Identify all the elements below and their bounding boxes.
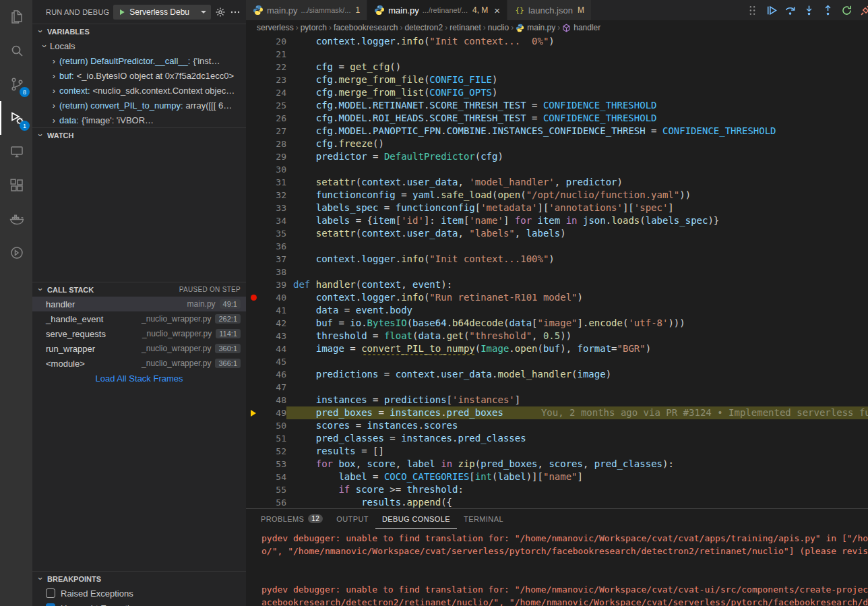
- panel-tab-debug-console[interactable]: DEBUG CONSOLE: [375, 509, 457, 529]
- breadcrumb-item[interactable]: serverless: [257, 23, 294, 32]
- activity-item-live-share[interactable]: [0, 236, 32, 270]
- variable-row[interactable]: (return) DefaultPredictor.__call__:{'ins…: [32, 53, 246, 68]
- variables-section-header[interactable]: VARIABLES: [32, 24, 246, 38]
- gutter-glyph-margin[interactable]: [246, 496, 261, 508]
- activity-item-search[interactable]: [0, 34, 32, 67]
- gutter-glyph-margin[interactable]: [246, 394, 261, 406]
- gutter-glyph-margin[interactable]: [246, 471, 261, 483]
- watch-section-header[interactable]: WATCH: [32, 127, 246, 142]
- gutter-glyph-margin[interactable]: [246, 163, 261, 176]
- line-content: context.logger.info("Init context...100%…: [286, 253, 868, 266]
- gutter-glyph-margin[interactable]: [246, 138, 261, 150]
- breadcrumb-item[interactable]: detectron2: [404, 23, 443, 32]
- gutter-glyph-margin[interactable]: [246, 214, 261, 227]
- variable-row[interactable]: data:{'image': 'iVBOR…: [32, 113, 246, 127]
- stack-frame[interactable]: serve_requests_nuclio_wrapper.py114:1: [32, 326, 246, 341]
- breakpoint-dot[interactable]: [251, 295, 257, 301]
- gutter-glyph-margin[interactable]: [246, 61, 261, 73]
- gutter-glyph-margin[interactable]: [246, 278, 261, 291]
- breadcrumb-item[interactable]: handler: [562, 23, 600, 32]
- breadcrumb-item[interactable]: facebookresearch: [334, 23, 398, 32]
- panel-tab-problems[interactable]: PROBLEMS12: [254, 509, 330, 529]
- checkbox[interactable]: ✓: [46, 603, 55, 606]
- tab-label: main.py: [267, 5, 298, 16]
- gutter-glyph-margin[interactable]: [246, 483, 261, 496]
- activity-item-docker[interactable]: [0, 202, 32, 236]
- watch-body: [32, 142, 246, 282]
- call-stack-section-header[interactable]: CALL STACK PAUSED ON STEP: [32, 282, 246, 297]
- debug-step-into-button[interactable]: [800, 1, 817, 19]
- breadcrumb-item[interactable]: pytorch: [301, 23, 327, 32]
- breakpoint-item[interactable]: Raised Exceptions: [32, 586, 246, 601]
- activity-item-remote-explorer[interactable]: [0, 135, 32, 169]
- gutter-glyph-margin[interactable]: [246, 419, 261, 432]
- gutter-glyph-margin[interactable]: [246, 176, 261, 189]
- breadcrumb-item[interactable]: main.py: [516, 23, 555, 32]
- activity-item-source-control[interactable]: 8: [0, 67, 32, 101]
- gutter-glyph-margin[interactable]: [246, 125, 261, 138]
- gutter-glyph-margin[interactable]: [246, 227, 261, 240]
- gutter-glyph-margin[interactable]: [246, 291, 261, 304]
- stack-frame[interactable]: <module>_nuclio_wrapper.py366:1: [32, 356, 246, 371]
- panel-tab-terminal[interactable]: TERMINAL: [457, 509, 510, 529]
- breadcrumb-item[interactable]: retinanet: [450, 23, 481, 32]
- debug-console-output[interactable]: pydev debugger: unable to find translati…: [246, 529, 868, 606]
- activity-item-extensions[interactable]: [0, 169, 32, 202]
- debug-continue-button[interactable]: [762, 1, 780, 19]
- gutter-glyph-margin[interactable]: [246, 381, 261, 394]
- gutter-glyph-margin[interactable]: [246, 432, 261, 445]
- gutter-glyph-margin[interactable]: [246, 253, 261, 266]
- close-icon[interactable]: ×: [494, 5, 500, 16]
- load-all-stack-frames-link[interactable]: Load All Stack Frames: [32, 371, 246, 386]
- debug-disconnect-button[interactable]: [857, 1, 868, 19]
- debug-config-dropdown[interactable]: Serverless Debu: [113, 5, 211, 20]
- variable-row[interactable]: (return) convert_PIL_to_numpy:array([[[ …: [32, 98, 246, 113]
- panel-tab-output[interactable]: OUTPUT: [330, 509, 375, 529]
- gutter-glyph-margin[interactable]: [246, 445, 261, 458]
- gutter-glyph-margin[interactable]: [246, 150, 261, 163]
- gutter-glyph-margin[interactable]: [246, 189, 261, 202]
- gutter-glyph-margin[interactable]: [246, 368, 261, 381]
- gutter-glyph-margin[interactable]: [246, 406, 261, 419]
- gutter-glyph-margin[interactable]: [246, 330, 261, 342]
- debug-step-out-button[interactable]: [819, 1, 836, 19]
- code-line: 34 labels = {item['id']: item['name'] fo…: [246, 214, 868, 227]
- variables-scope-locals[interactable]: Locals: [32, 38, 246, 53]
- gutter-glyph-margin[interactable]: [246, 304, 261, 317]
- gutter-glyph-margin[interactable]: [246, 355, 261, 368]
- gutter-glyph-margin[interactable]: [246, 266, 261, 278]
- gutter-glyph-margin[interactable]: [246, 202, 261, 214]
- checkbox[interactable]: [46, 588, 55, 598]
- activity-item-run-and-debug[interactable]: 1: [0, 101, 32, 135]
- activity-item-explorer[interactable]: [0, 0, 32, 34]
- editor-tab-main.py[interactable]: main.py.../retinanet/...4, M×: [367, 0, 507, 20]
- stack-frame[interactable]: handlermain.py49:1: [32, 297, 246, 311]
- debug-step-over-button[interactable]: [781, 1, 799, 19]
- breadcrumb-item[interactable]: nuclio: [488, 23, 509, 32]
- code-editor[interactable]: 20 context.logger.info("Init context... …: [246, 35, 868, 508]
- variable-row[interactable]: buf:<_io.BytesIO object at 0x7f5a2dc1ecc…: [32, 68, 246, 83]
- gutter-glyph-margin[interactable]: [246, 112, 261, 125]
- stack-frame[interactable]: run_wrapper_nuclio_wrapper.py360:1: [32, 341, 246, 356]
- editor-tab-launch.json[interactable]: {}launch.jsonM: [507, 0, 592, 20]
- editor-tab-main.py[interactable]: main.py.../siammask/...1: [246, 0, 367, 20]
- gutter-glyph-margin[interactable]: [246, 35, 261, 48]
- gutter-glyph-margin[interactable]: [246, 240, 261, 253]
- gutter-glyph-margin[interactable]: [246, 458, 261, 471]
- stack-frame[interactable]: _handle_event_nuclio_wrapper.py262:1: [32, 311, 246, 326]
- gutter-glyph-margin[interactable]: [246, 99, 261, 112]
- gutter-glyph-margin[interactable]: [246, 73, 261, 86]
- line-content: def handler(context, event):: [286, 278, 868, 291]
- gutter-glyph-margin[interactable]: [246, 86, 261, 99]
- variable-row[interactable]: context:<nuclio_sdk.context.Context obje…: [32, 83, 246, 98]
- more-actions-icon[interactable]: [230, 7, 241, 18]
- debug-restart-button[interactable]: [838, 1, 855, 19]
- breakpoint-item[interactable]: ✓Uncaught Exceptions: [32, 601, 246, 606]
- gutter-glyph-margin[interactable]: [246, 317, 261, 330]
- start-debugging-icon[interactable]: [118, 8, 126, 16]
- gutter-glyph-margin[interactable]: [246, 48, 261, 61]
- frame-line-badge: 262:1: [215, 314, 241, 324]
- gear-icon[interactable]: [215, 7, 226, 18]
- breakpoints-section-header[interactable]: BREAKPOINTS: [32, 571, 246, 586]
- gutter-glyph-margin[interactable]: [246, 342, 261, 355]
